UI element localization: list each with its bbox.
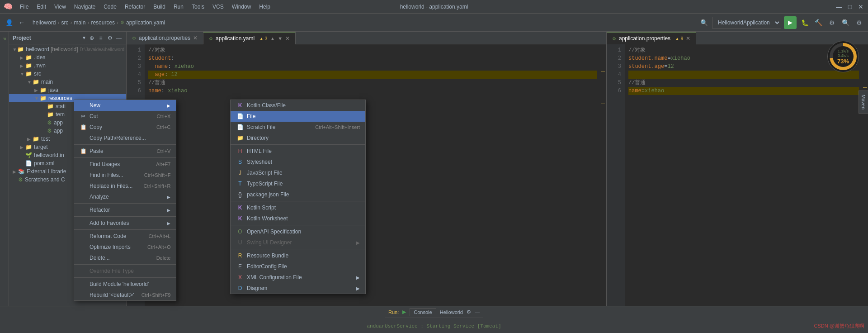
code-area[interactable]: //对象 student: name: xiehao age: 12 //普通 … bbox=[145, 44, 600, 319]
ctx-item-optimize[interactable]: Optimize Imports Ctrl+Alt+O bbox=[74, 242, 176, 252]
sub-item-html[interactable]: H HTML File bbox=[231, 146, 365, 157]
ctx-item-new[interactable]: New ▶ bbox=[74, 100, 176, 111]
menu-tools[interactable]: Tools bbox=[188, 3, 208, 11]
minimize-button[interactable]: — bbox=[835, 3, 843, 10]
sub-item-swing[interactable]: U Swing UI Designer ▶ bbox=[231, 237, 365, 248]
breadcrumb-main[interactable]: main bbox=[74, 19, 85, 26]
tab-appyaml-close[interactable]: ✕ bbox=[285, 35, 290, 42]
tree-item-mvn[interactable]: ▶ 📁 .mvn bbox=[9, 62, 126, 70]
sub-item-diagram[interactable]: D Diagram ▶ bbox=[231, 283, 365, 294]
project-options-icon[interactable]: ⚙ bbox=[106, 34, 113, 42]
run-play-icon[interactable]: ▶ bbox=[402, 309, 406, 315]
tab-appprops[interactable]: ⚙ application.properties ✕ bbox=[127, 32, 203, 44]
ctx-item-analyze[interactable]: Analyze ▶ bbox=[74, 191, 176, 202]
settings-icon[interactable]: ⚙ bbox=[826, 17, 837, 28]
breadcrumb-root[interactable]: helloword bbox=[33, 19, 56, 26]
sub-item-kotlin-class[interactable]: K Kotlin Class/File bbox=[231, 100, 365, 111]
right-tab-close[interactable]: ✕ bbox=[686, 35, 690, 42]
ctx-item-find-files[interactable]: Find in Files... Ctrl+Shift+F bbox=[74, 170, 176, 181]
breadcrumb-file[interactable]: application.yaml bbox=[126, 19, 165, 26]
sub-item-kotlin-ws[interactable]: K Kotlin Worksheet bbox=[231, 213, 365, 224]
project-settings-icon[interactable]: ⊕ bbox=[88, 34, 95, 42]
sub-item-js[interactable]: J JavaScript File bbox=[231, 167, 365, 178]
sub-diagram-arrow: ▶ bbox=[356, 286, 360, 291]
maximize-button[interactable]: □ bbox=[846, 3, 854, 10]
menu-build[interactable]: Build bbox=[150, 3, 169, 11]
ctx-item-delete[interactable]: Delete... Delete bbox=[74, 252, 176, 263]
sub-item-openapi[interactable]: O OpenAPI Specification bbox=[231, 226, 365, 237]
sub-item-resource[interactable]: R Resource Bundle bbox=[231, 250, 365, 261]
tree-item-java[interactable]: ▶ 📁 java bbox=[9, 86, 126, 94]
tree-item-src[interactable]: ▼ 📁 src bbox=[9, 70, 126, 78]
run-settings-icon[interactable]: ⚙ bbox=[467, 309, 471, 315]
right-eq-2: = bbox=[667, 55, 670, 62]
run-button[interactable]: ▶ bbox=[784, 16, 797, 29]
menu-help[interactable]: Help bbox=[255, 3, 274, 11]
project-collapse-icon[interactable]: ≡ bbox=[97, 34, 104, 42]
ctx-item-copy[interactable]: 📋 Copy Ctrl+C bbox=[74, 122, 176, 133]
menu-view[interactable]: View bbox=[51, 3, 70, 11]
sub-item-kotlin-script[interactable]: K Kotlin Script bbox=[231, 202, 365, 213]
ctx-item-cut[interactable]: ✂ Cut Ctrl+X bbox=[74, 111, 176, 122]
tree-item-main[interactable]: ▼ 📁 main bbox=[9, 78, 126, 86]
breadcrumb-resources[interactable]: resources bbox=[91, 19, 115, 26]
debug-button[interactable]: 🐛 bbox=[799, 17, 810, 28]
ctx-item-paste[interactable]: 📋 Paste Ctrl+V bbox=[74, 146, 176, 157]
sub-item-scratch[interactable]: 📄 Scratch File Ctrl+Alt+Shift+Insert bbox=[231, 122, 365, 133]
sub-item-file[interactable]: 📄 File bbox=[231, 111, 365, 122]
line-num-4: 4 bbox=[127, 71, 141, 79]
menu-code[interactable]: Code bbox=[100, 3, 120, 11]
sub-xml-label: XML Configuration File bbox=[247, 274, 302, 281]
breadcrumb-src[interactable]: src bbox=[61, 19, 68, 26]
code-val-name2: xiehao bbox=[168, 88, 187, 94]
search-icon[interactable]: 🔍 bbox=[840, 17, 851, 28]
menu-navigate[interactable]: Navigate bbox=[71, 3, 99, 11]
ctx-item-favorites[interactable]: Add to Favorites ▶ bbox=[74, 218, 176, 228]
sub-item-ts[interactable]: T TypeScript File bbox=[231, 178, 365, 189]
sub-item-pkg[interactable]: {} package.json File bbox=[231, 189, 365, 200]
tree-label-appyaml: app bbox=[54, 128, 63, 134]
profile-icon[interactable]: 👤 bbox=[4, 17, 14, 28]
tree-item-root[interactable]: ▼ 📁 helloword [helloworld] D:\Javaidea\h… bbox=[9, 45, 126, 53]
build-icon[interactable]: 🔨 bbox=[813, 17, 824, 28]
menu-window[interactable]: Window bbox=[228, 3, 255, 11]
project-icon[interactable]: P bbox=[1, 35, 8, 43]
maven-tab[interactable]: Maven bbox=[859, 90, 868, 114]
ctx-copy-label: Copy bbox=[90, 124, 102, 130]
sub-item-directory[interactable]: 📁 Directory bbox=[231, 133, 365, 143]
nav-down-icon[interactable]: ▼ bbox=[278, 36, 283, 41]
project-close-icon[interactable]: — bbox=[115, 34, 123, 42]
ctx-item-copy-path[interactable]: Copy Path/Reference... bbox=[74, 133, 176, 143]
menu-vcs[interactable]: VCS bbox=[209, 3, 227, 11]
run-close-icon[interactable]: — bbox=[475, 309, 480, 315]
ctx-item-reformat[interactable]: Reformat Code Ctrl+Alt+L bbox=[74, 231, 176, 242]
back-icon[interactable]: ← bbox=[16, 17, 27, 28]
toolbar-right: 🔍 HelloworldApplication ▶ 🐛 🔨 ⚙ 🔍 ⚙ bbox=[698, 16, 864, 29]
ctx-item-rebuild[interactable]: Rebuild '<default>' Ctrl+Shift+F9 bbox=[74, 290, 176, 300]
ctx-item-build[interactable]: Build Module 'helloworld' bbox=[74, 279, 176, 290]
right-code-area[interactable]: //对象 student.name=xiehao student.age=12 … bbox=[625, 44, 863, 319]
right-tab-appprops[interactable]: ⚙ application.properties ▲ 9 ✕ bbox=[607, 32, 696, 44]
tab-appyaml[interactable]: ⚙ application.yaml ▲ 3 ▲ ▼ ✕ bbox=[203, 32, 296, 44]
nav-up-icon[interactable]: ▲ bbox=[270, 36, 275, 41]
gear-icon[interactable]: ⚙ bbox=[854, 17, 864, 28]
sub-item-css[interactable]: S Stylesheet bbox=[231, 157, 365, 167]
tab-appprops-close[interactable]: ✕ bbox=[193, 35, 198, 41]
run-console-tab[interactable]: Console bbox=[410, 308, 436, 316]
tree-item-idea[interactable]: ▶ 📁 .idea bbox=[9, 53, 126, 62]
app-selector[interactable]: HelloworldApplication bbox=[712, 17, 781, 29]
ctx-item-find-usages[interactable]: Find Usages Alt+F7 bbox=[74, 159, 176, 170]
close-button[interactable]: ✕ bbox=[857, 3, 864, 10]
search-everywhere-icon[interactable]: 🔍 bbox=[698, 17, 709, 28]
sub-css-icon: S bbox=[236, 159, 244, 165]
menu-refactor[interactable]: Refactor bbox=[121, 3, 149, 11]
menu-run[interactable]: Run bbox=[170, 3, 187, 11]
sub-item-editorconfig[interactable]: E EditorConfig File bbox=[231, 261, 365, 272]
menu-file[interactable]: File bbox=[16, 3, 32, 11]
sub-item-xml[interactable]: X XML Configuration File ▶ bbox=[231, 272, 365, 283]
menu-edit[interactable]: Edit bbox=[33, 3, 50, 11]
ctx-item-refactor[interactable]: Refactor ▶ bbox=[74, 205, 176, 215]
watermark: CSDN @谢蟹龟狈爬啊 bbox=[814, 323, 864, 329]
code-line-5: //普通 bbox=[148, 79, 597, 87]
ctx-item-replace-files[interactable]: Replace in Files... Ctrl+Shift+R bbox=[74, 181, 176, 191]
